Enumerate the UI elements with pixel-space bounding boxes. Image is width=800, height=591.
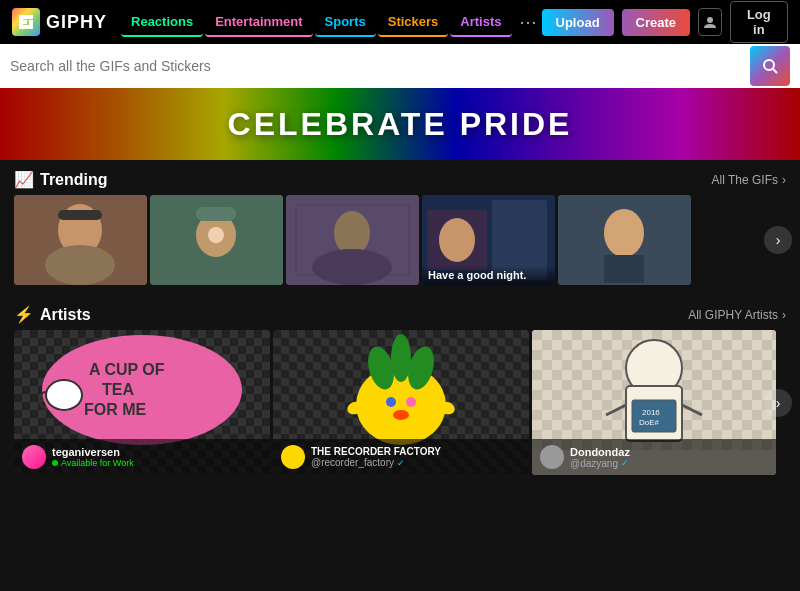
artist-3-visual: 2016 DoE# [532,330,776,450]
chevron-right-icon: › [782,173,786,187]
artist-3-name: Dondondaz [570,446,630,458]
trending-title: 📈 Trending [14,170,108,189]
svg-text:DoE#: DoE# [639,418,660,427]
trending-gifs-row: Have a good night. › [0,195,800,285]
search-bar [0,44,800,88]
artists-section-header: ⚡ Artists All GIPHY Artists › [0,295,800,330]
svg-point-17 [334,211,370,255]
main-nav: GIPHY Reactions Entertainment Sports Sti… [0,0,800,44]
artist-3-avatar [540,445,564,469]
trending-gif-2[interactable] [150,195,283,285]
search-input[interactable] [10,58,750,74]
gif-5-visual [558,195,691,285]
gif-2-visual [150,195,283,285]
artist-3-info: Dondondaz @dazyang ✓ [532,439,776,475]
artist-3-details: Dondondaz @dazyang ✓ [570,446,630,469]
logo-icon [12,8,40,36]
artist-card-2[interactable]: THE RECORDER FACTORY @recorder_factory ✓ [273,330,529,475]
svg-rect-26 [604,255,644,283]
nav-artists[interactable]: Artists [450,8,511,37]
svg-text:FOR ME: FOR ME [84,401,147,418]
artists-next-arrow[interactable]: › [764,389,792,417]
svg-rect-4 [29,20,33,29]
verified-icon-3: ✓ [621,458,629,468]
gif-2-placeholder [150,195,283,285]
gif-4-overlay: Have a good night. [422,265,555,285]
verified-icon-2: ✓ [397,458,405,468]
artist-card-3[interactable]: 2016 DoE# Dondondaz @dazyang ✓ [532,330,776,475]
chevron-right-icon-artists: › [782,308,786,322]
svg-point-34 [391,334,411,382]
svg-point-6 [764,60,774,70]
svg-text:A CUP OF: A CUP OF [89,361,165,378]
gif-1-visual [14,195,147,285]
trending-gif-5[interactable] [558,195,691,285]
artist-1-avatar [22,445,46,469]
artists-title: ⚡ Artists [14,305,91,324]
nav-stickers[interactable]: Stickers [378,8,449,37]
artist-1-name: teganiversen [52,446,134,458]
svg-point-5 [707,17,713,23]
available-dot [52,460,58,466]
svg-point-19 [312,249,392,285]
artists-row: A CUP OF TEA FOR ME teganiversen Availab… [0,330,800,475]
search-icon [762,58,778,74]
artist-2-info: THE RECORDER FACTORY @recorder_factory ✓ [273,439,529,475]
svg-point-36 [386,397,396,407]
svg-point-31 [46,380,82,410]
svg-point-25 [604,209,644,257]
user-icon-svg [703,15,717,29]
pride-banner[interactable]: CELEBRATE PRIDE [0,88,800,160]
svg-text:TEA: TEA [102,381,134,398]
artists-icon: ⚡ [14,305,34,324]
artist-2-name: THE RECORDER FACTORY [311,446,441,457]
create-button[interactable]: Create [622,9,690,36]
gif-3-visual [286,195,419,285]
gif-5-placeholder [558,195,691,285]
artist-1-visual: A CUP OF TEA FOR ME [14,330,270,450]
artist-3-handle: @dazyang ✓ [570,458,630,469]
login-button[interactable]: Log in [730,1,788,43]
svg-point-23 [439,218,475,262]
trending-icon: 📈 [14,170,34,189]
svg-point-38 [393,410,409,420]
svg-rect-1 [19,15,33,19]
search-button[interactable] [750,46,790,86]
svg-text:2016: 2016 [642,408,660,417]
artist-2-details: THE RECORDER FACTORY @recorder_factory ✓ [311,446,441,468]
nav-more-button[interactable]: ⋯ [514,8,542,36]
nav-entertainment[interactable]: Entertainment [205,8,312,37]
pride-banner-text: CELEBRATE PRIDE [228,106,573,143]
all-gifs-link[interactable]: All The GIFs › [712,173,786,187]
artist-2-visual [273,330,529,450]
svg-rect-14 [196,207,236,221]
nav-reactions[interactable]: Reactions [121,8,203,37]
trending-label: Trending [40,171,108,189]
artist-1-info: teganiversen Available for Work [14,439,270,475]
artist-2-avatar [281,445,305,469]
svg-rect-10 [58,210,102,220]
trending-next-arrow[interactable]: › [764,226,792,254]
artist-1-details: teganiversen Available for Work [52,446,134,468]
svg-line-7 [773,69,777,73]
svg-point-37 [406,397,416,407]
trending-gif-3[interactable] [286,195,419,285]
artist-card-1[interactable]: A CUP OF TEA FOR ME teganiversen Availab… [14,330,270,475]
artist-2-handle: @recorder_factory ✓ [311,457,441,468]
gif-3-placeholder [286,195,419,285]
trending-gif-1[interactable] [14,195,147,285]
svg-rect-2 [19,20,27,24]
nav-links: Reactions Entertainment Sports Stickers … [121,8,542,37]
user-icon-button[interactable] [698,8,722,36]
gif-1-placeholder [14,195,147,285]
trending-section-header: 📈 Trending All The GIFs › [0,160,800,195]
giphy-logo-svg [17,13,35,31]
all-artists-link[interactable]: All GIPHY Artists › [688,308,786,322]
logo-text: GIPHY [46,12,107,33]
artists-label: Artists [40,306,91,324]
trending-gif-4[interactable]: Have a good night. [422,195,555,285]
svg-point-11 [45,245,115,285]
upload-button[interactable]: Upload [542,9,614,36]
logo[interactable]: GIPHY [12,8,107,36]
nav-sports[interactable]: Sports [315,8,376,37]
